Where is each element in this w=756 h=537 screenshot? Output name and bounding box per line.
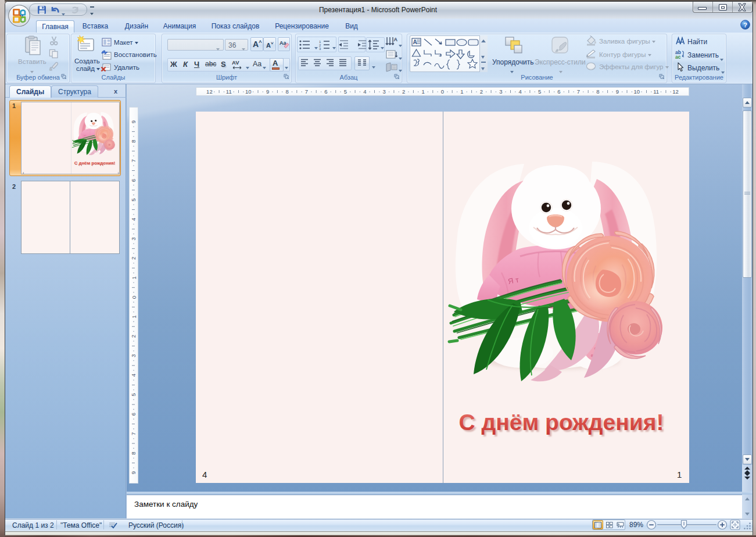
svg-text:11: 11 — [653, 88, 659, 95]
svg-text:7: 7 — [131, 432, 137, 435]
svg-text:8: 8 — [596, 88, 599, 95]
svg-text:5: 5 — [131, 393, 137, 396]
svg-text:4: 4 — [131, 374, 137, 377]
svg-text:4: 4 — [363, 88, 366, 95]
svg-text:A: A — [413, 39, 417, 45]
svg-text:?: ? — [743, 22, 747, 28]
svg-text:2: 2 — [402, 88, 405, 95]
svg-text:3: 3 — [131, 237, 137, 240]
svg-text:6: 6 — [557, 88, 560, 95]
svg-text:9: 9 — [131, 471, 137, 474]
svg-text:8: 8 — [131, 140, 137, 143]
svg-text:6: 6 — [324, 88, 327, 95]
svg-text:11: 11 — [226, 88, 232, 95]
svg-text:9: 9 — [266, 88, 269, 95]
svg-text:6: 6 — [131, 179, 137, 182]
svg-text:10: 10 — [634, 88, 640, 95]
svg-text:2: 2 — [131, 257, 137, 260]
svg-text:4: 4 — [131, 218, 137, 221]
svg-text:1: 1 — [131, 315, 137, 318]
svg-text:3: 3 — [383, 88, 386, 95]
svg-text:4: 4 — [519, 88, 522, 95]
svg-text:3: 3 — [131, 354, 137, 357]
svg-text:5: 5 — [131, 198, 137, 201]
svg-text:3: 3 — [499, 88, 502, 95]
svg-text:1: 1 — [131, 276, 137, 279]
svg-text:12: 12 — [672, 88, 679, 95]
svg-text:2: 2 — [480, 88, 483, 95]
svg-text:ac: ac — [675, 54, 681, 59]
svg-text:2: 2 — [131, 335, 137, 338]
svg-text:0: 0 — [131, 296, 137, 299]
svg-text:3: 3 — [319, 47, 321, 51]
svg-text:A: A — [394, 37, 398, 42]
svg-text:7: 7 — [305, 88, 308, 95]
svg-text:6: 6 — [131, 413, 137, 416]
svg-text:10: 10 — [245, 88, 252, 95]
svg-text:12: 12 — [206, 88, 213, 95]
svg-text:7: 7 — [577, 88, 580, 95]
svg-text:1: 1 — [421, 88, 424, 95]
svg-text:5: 5 — [538, 88, 541, 95]
svg-text:5: 5 — [344, 88, 347, 95]
svg-text:1: 1 — [460, 88, 463, 95]
svg-text:7: 7 — [131, 159, 137, 162]
svg-text:8: 8 — [131, 452, 137, 454]
svg-text:8: 8 — [285, 88, 288, 95]
svg-text:0: 0 — [441, 88, 444, 95]
svg-text:AV: AV — [232, 59, 239, 66]
svg-text:9: 9 — [616, 88, 619, 95]
svg-text:9: 9 — [131, 120, 137, 123]
